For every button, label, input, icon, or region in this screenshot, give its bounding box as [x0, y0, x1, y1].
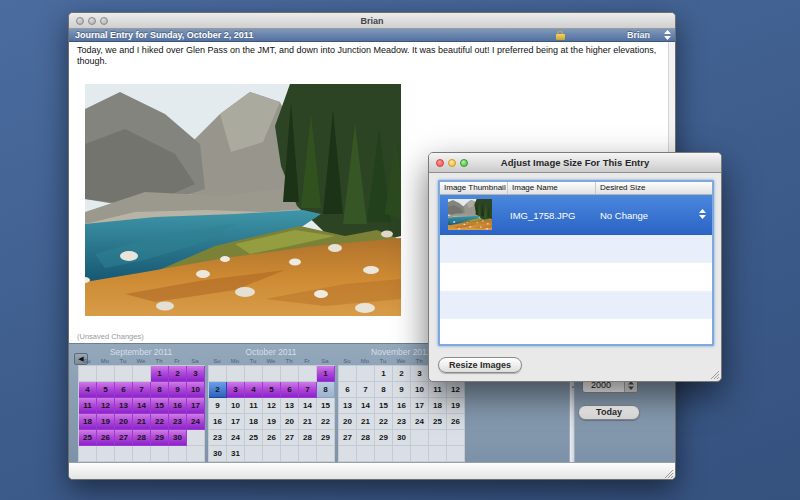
calendar-day[interactable]: 5	[263, 382, 281, 398]
calendar-day[interactable]: 16	[209, 414, 227, 430]
calendar-day[interactable]: 8	[375, 382, 393, 398]
calendar-day[interactable]: 7	[299, 382, 317, 398]
calendar-day[interactable]: 20	[115, 414, 133, 430]
column-header-name[interactable]: Image Name	[508, 182, 596, 194]
calendar-day[interactable]: 3	[411, 366, 429, 382]
calendar-day[interactable]: 29	[317, 430, 335, 446]
desired-size-stepper-icon[interactable]	[699, 209, 706, 219]
calendar-day[interactable]: 24	[187, 414, 205, 430]
calendar-day[interactable]: 26	[447, 414, 465, 430]
desired-size-cell[interactable]: No Change	[600, 210, 648, 221]
calendar-day[interactable]: 27	[115, 430, 133, 446]
calendar-day[interactable]: 25	[429, 414, 447, 430]
calendar-day[interactable]: 3	[187, 366, 205, 382]
calendar-day[interactable]: 2	[209, 382, 227, 398]
dialog-resize-grip[interactable]	[709, 369, 720, 380]
calendar-day[interactable]: 29	[151, 430, 169, 446]
calendar-day[interactable]: 27	[281, 430, 299, 446]
calendar-day[interactable]: 1	[375, 366, 393, 382]
calendar-day[interactable]: 6	[281, 382, 299, 398]
calendar-day[interactable]: 22	[317, 414, 335, 430]
calendar-day[interactable]: 25	[245, 430, 263, 446]
minimize-button[interactable]	[88, 17, 96, 25]
calendar-day[interactable]: 30	[209, 446, 227, 462]
calendar-day[interactable]: 10	[411, 382, 429, 398]
calendar-day[interactable]: 10	[187, 382, 205, 398]
calendar-day[interactable]: 17	[227, 414, 245, 430]
calendar-day[interactable]: 19	[447, 398, 465, 414]
calendar-day[interactable]: 6	[339, 382, 357, 398]
calendar-day[interactable]: 8	[317, 382, 335, 398]
calendar-day[interactable]: 17	[187, 398, 205, 414]
calendar-day[interactable]: 21	[357, 414, 375, 430]
calendar-day[interactable]: 24	[411, 414, 429, 430]
calendar-day[interactable]: 19	[263, 414, 281, 430]
column-header-size[interactable]: Desired Size	[596, 182, 712, 194]
lock-icon[interactable]	[556, 31, 565, 40]
calendar-day[interactable]: 9	[393, 382, 411, 398]
calendar-day[interactable]: 13	[281, 398, 299, 414]
close-button[interactable]	[436, 159, 444, 167]
calendar-day[interactable]: 23	[393, 414, 411, 430]
calendar-day[interactable]: 10	[227, 398, 245, 414]
calendar-day[interactable]: 7	[133, 382, 151, 398]
calendar-day[interactable]: 4	[245, 382, 263, 398]
calendar-day[interactable]: 14	[299, 398, 317, 414]
calendar-day[interactable]: 2	[393, 366, 411, 382]
table-row[interactable]: IMG_1758.JPG No Change	[440, 195, 712, 235]
calendar-day[interactable]: 29	[375, 430, 393, 446]
calendar-day[interactable]: 22	[375, 414, 393, 430]
calendar-day[interactable]: 26	[263, 430, 281, 446]
calendar-day[interactable]: 30	[393, 430, 411, 446]
zoom-button[interactable]	[460, 159, 468, 167]
calendar-day[interactable]: 11	[79, 398, 97, 414]
calendar-day[interactable]: 9	[209, 398, 227, 414]
calendar-day[interactable]: 15	[375, 398, 393, 414]
calendar-day[interactable]: 19	[97, 414, 115, 430]
resize-images-button[interactable]: Resize Images	[438, 357, 522, 373]
minimize-button[interactable]	[448, 159, 456, 167]
window-titlebar[interactable]: Brian	[69, 13, 675, 29]
calendar-day[interactable]: 1	[151, 366, 169, 382]
entry-photo[interactable]	[85, 84, 401, 316]
calendar-day[interactable]: 4	[79, 382, 97, 398]
today-button[interactable]: Today	[578, 405, 640, 420]
calendar-day[interactable]: 17	[411, 398, 429, 414]
calendar-day[interactable]: 20	[281, 414, 299, 430]
calendar-day[interactable]: 31	[227, 446, 245, 462]
calendar-day[interactable]: 13	[115, 398, 133, 414]
column-header-thumbnail[interactable]: Image Thumbnail	[440, 182, 508, 194]
calendar-day[interactable]: 21	[133, 414, 151, 430]
calendar-day[interactable]: 2	[169, 366, 187, 382]
calendar-day[interactable]: 24	[227, 430, 245, 446]
calendar-day[interactable]: 15	[317, 398, 335, 414]
calendar-day[interactable]: 18	[245, 414, 263, 430]
calendar-day[interactable]: 6	[115, 382, 133, 398]
calendar-day[interactable]: 30	[169, 430, 187, 446]
calendar-day[interactable]: 8	[151, 382, 169, 398]
calendar-day[interactable]: 28	[357, 430, 375, 446]
calendar-day[interactable]: 16	[393, 398, 411, 414]
calendar-day[interactable]: 22	[151, 414, 169, 430]
calendar-day[interactable]: 16	[169, 398, 187, 414]
calendar-day[interactable]: 18	[429, 398, 447, 414]
calendar-day[interactable]: 7	[357, 382, 375, 398]
calendar-day[interactable]: 5	[97, 382, 115, 398]
calendar-day[interactable]: 18	[79, 414, 97, 430]
calendar-day[interactable]: 12	[263, 398, 281, 414]
calendar-day[interactable]: 26	[97, 430, 115, 446]
calendar-day[interactable]: 11	[429, 382, 447, 398]
calendar-day[interactable]: 12	[97, 398, 115, 414]
calendar-day[interactable]: 12	[447, 382, 465, 398]
calendar-day[interactable]: 14	[357, 398, 375, 414]
calendar-day[interactable]: 9	[169, 382, 187, 398]
calendar-day[interactable]: 28	[299, 430, 317, 446]
calendar-day[interactable]: 3	[227, 382, 245, 398]
calendar-day[interactable]: 21	[299, 414, 317, 430]
zoom-button[interactable]	[100, 17, 108, 25]
calendar-day[interactable]: 28	[133, 430, 151, 446]
dialog-titlebar[interactable]: Adjust Image Size For This Entry	[429, 153, 721, 173]
calendar-day[interactable]: 23	[209, 430, 227, 446]
calendar-day[interactable]: 25	[79, 430, 97, 446]
entry-body-text[interactable]: Today, we and I hiked over Glen Pass on …	[69, 42, 675, 67]
